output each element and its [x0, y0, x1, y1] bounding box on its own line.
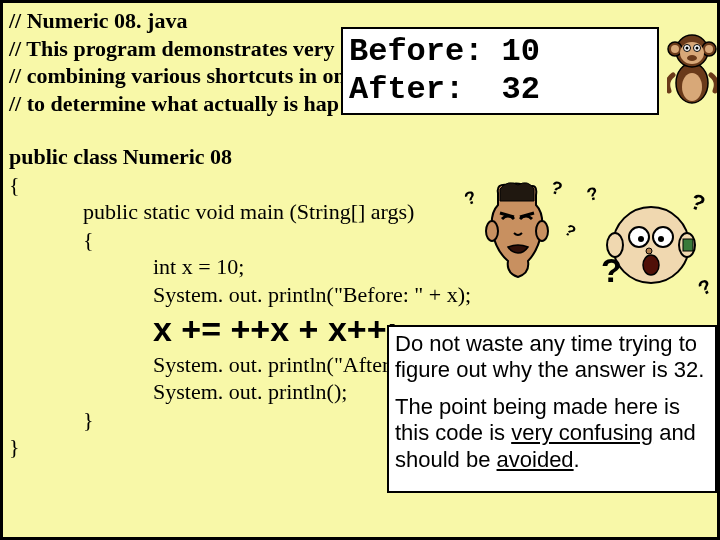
note-paragraph-2: The point being made here is this code i… — [395, 394, 709, 473]
svg-point-11 — [643, 255, 659, 275]
svg-point-24 — [687, 55, 697, 61]
svg-point-1 — [536, 221, 548, 241]
class-declaration: public class Numeric 08 — [3, 143, 717, 171]
question-mark-icon: ? — [601, 249, 622, 292]
squinting-face-icon — [478, 181, 556, 281]
svg-point-10 — [646, 248, 652, 254]
svg-point-17 — [671, 45, 679, 53]
output-before-value: 10 — [501, 33, 557, 71]
program-output-box: Before: 10 After: 32 — [341, 27, 659, 115]
svg-point-23 — [696, 47, 699, 50]
svg-point-0 — [486, 221, 498, 241]
output-before-label: Before: — [349, 33, 501, 71]
note-paragraph-1: Do not waste any time trying to figure o… — [395, 331, 709, 384]
svg-point-9 — [658, 236, 664, 242]
svg-rect-5 — [683, 239, 693, 251]
monkey-icon — [667, 31, 717, 109]
output-after-value: 32 — [501, 71, 557, 109]
svg-point-13 — [682, 73, 702, 101]
output-after-label: After: — [349, 71, 501, 109]
svg-point-22 — [686, 47, 689, 50]
svg-point-8 — [638, 236, 644, 242]
warning-note-box: Do not waste any time trying to figure o… — [387, 325, 717, 493]
svg-point-18 — [705, 45, 713, 53]
